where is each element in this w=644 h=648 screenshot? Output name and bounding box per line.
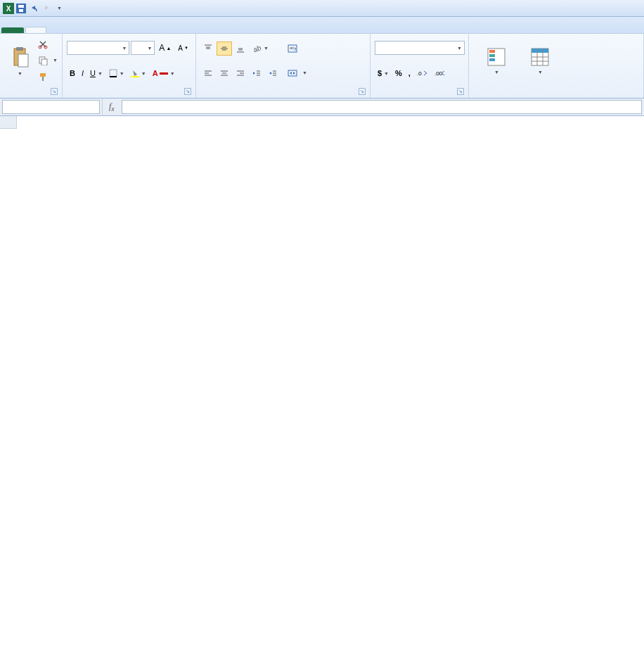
svg-rect-6 <box>16 47 23 51</box>
underline-button[interactable]: U▼ <box>87 66 105 80</box>
wrap-text-button[interactable]: ab <box>288 41 307 56</box>
orientation-icon[interactable]: ab▼ <box>249 42 271 56</box>
svg-rect-12 <box>40 73 46 77</box>
svg-rect-7 <box>18 54 28 67</box>
decrease-indent-icon[interactable] <box>249 66 264 80</box>
tab-file[interactable] <box>1 27 24 33</box>
align-left-icon[interactable] <box>200 66 216 80</box>
clipboard-launcher-icon[interactable]: ↘ <box>51 88 58 95</box>
cut-button[interactable] <box>38 37 58 52</box>
svg-rect-51 <box>489 58 495 61</box>
currency-icon[interactable]: $▼ <box>375 66 392 80</box>
align-center-icon[interactable] <box>217 66 232 80</box>
svg-rect-53 <box>532 49 548 53</box>
svg-text:ab: ab <box>252 44 262 53</box>
increase-indent-icon[interactable] <box>265 66 281 80</box>
ribbon: ▼ ▼ ↘ ▼ ▼ A▲ A▼ B I U▼ ▼ ▼ A▼ <box>0 34 644 99</box>
comma-icon[interactable]: , <box>406 66 413 80</box>
paste-button[interactable]: ▼ <box>4 36 35 85</box>
tab-formulas[interactable] <box>86 27 105 33</box>
svg-rect-49 <box>489 50 495 53</box>
undo-icon[interactable] <box>28 3 39 14</box>
formula-input[interactable] <box>122 100 642 114</box>
svg-rect-17 <box>160 72 168 75</box>
alignment-launcher-icon[interactable]: ↘ <box>359 88 366 95</box>
border-button[interactable]: ▼ <box>106 66 127 80</box>
align-middle-icon[interactable] <box>217 42 232 56</box>
tab-view[interactable] <box>145 27 165 33</box>
format-as-table-button[interactable]: ▼ <box>522 36 558 85</box>
svg-text:.0: .0 <box>417 70 422 77</box>
format-painter-button[interactable] <box>38 69 58 84</box>
grow-font-icon[interactable]: A▲ <box>156 41 174 55</box>
align-top-icon[interactable] <box>200 42 216 56</box>
svg-rect-13 <box>42 77 44 81</box>
merge-center-button[interactable]: ▼ <box>288 65 307 81</box>
conditional-formatting-button[interactable]: ▼ <box>473 36 520 85</box>
qat-dropdown-icon[interactable]: ▼ <box>53 3 65 14</box>
increase-decimal-icon[interactable]: .0 <box>414 66 431 80</box>
font-size-select[interactable]: ▼ <box>131 41 155 55</box>
svg-rect-3 <box>18 5 24 8</box>
number-launcher-icon[interactable]: ↘ <box>457 88 464 95</box>
tab-page-layout[interactable] <box>66 27 86 33</box>
excel-icon[interactable]: X <box>3 3 14 14</box>
svg-rect-50 <box>489 54 495 57</box>
redo-icon[interactable] <box>41 3 52 14</box>
group-number: ▼ $▼ % , .0 .00 ↘ <box>371 34 469 98</box>
font-color-button[interactable]: A▼ <box>150 66 178 80</box>
ribbon-tabs <box>0 17 644 34</box>
fx-icon[interactable]: fx <box>105 101 119 113</box>
font-name-select[interactable]: ▼ <box>67 41 130 55</box>
percent-icon[interactable]: % <box>392 66 405 80</box>
decrease-decimal-icon[interactable]: .00 <box>432 66 449 80</box>
formula-bar: fx <box>0 99 644 116</box>
tab-review[interactable] <box>125 27 145 33</box>
svg-rect-16 <box>131 76 139 77</box>
svg-text:X: X <box>6 5 11 13</box>
group-styles: ▼ ▼ <box>469 34 644 98</box>
save-icon[interactable] <box>15 3 27 14</box>
svg-rect-14 <box>110 70 117 77</box>
spreadsheet-grid[interactable] <box>0 116 644 129</box>
tab-insert[interactable] <box>46 27 66 33</box>
bold-button[interactable]: B <box>67 66 78 80</box>
quick-access-toolbar: X ▼ <box>3 3 65 14</box>
select-all-corner[interactable] <box>0 116 17 129</box>
align-bottom-icon[interactable] <box>233 42 248 56</box>
svg-rect-11 <box>41 59 47 65</box>
group-alignment: ab▼ ab ▼ ↘ <box>196 34 371 98</box>
copy-button[interactable]: ▼ <box>38 53 58 68</box>
font-launcher-icon[interactable]: ↘ <box>184 88 191 95</box>
tab-data[interactable] <box>105 27 125 33</box>
svg-rect-45 <box>288 70 297 76</box>
group-font: ▼ ▼ A▲ A▼ B I U▼ ▼ ▼ A▼ ↘ <box>63 34 196 98</box>
italic-button[interactable]: I <box>79 66 86 80</box>
svg-rect-4 <box>19 9 23 12</box>
group-clipboard: ▼ ▼ ↘ <box>0 34 63 98</box>
tab-home[interactable] <box>25 27 46 33</box>
name-box[interactable] <box>2 100 100 114</box>
shrink-font-icon[interactable]: A▼ <box>175 41 191 55</box>
fill-color-button[interactable]: ▼ <box>128 66 149 80</box>
titlebar: X ▼ <box>0 0 644 17</box>
align-right-icon[interactable] <box>233 66 248 80</box>
number-format-select[interactable]: ▼ <box>375 41 465 55</box>
svg-text:ab: ab <box>290 46 295 50</box>
